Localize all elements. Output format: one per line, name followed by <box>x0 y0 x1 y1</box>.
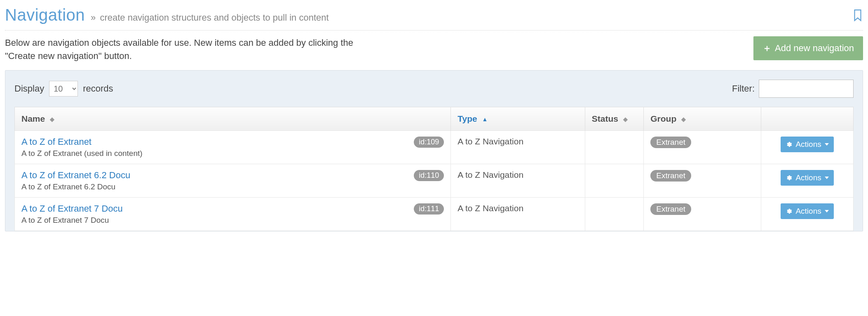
row-type: A to Z Navigation <box>451 197 585 231</box>
id-badge: id:110 <box>414 170 444 181</box>
filter-input[interactable] <box>759 80 854 98</box>
add-new-navigation-label: Add new navigation <box>775 43 854 54</box>
caret-down-icon <box>825 210 829 212</box>
row-subtitle: A to Z of Extranet (used in content) <box>21 149 143 158</box>
sort-asc-icon: ▲ <box>482 116 488 123</box>
row-actions-button[interactable]: Actions <box>781 170 833 186</box>
row-status <box>585 197 643 231</box>
gear-icon <box>786 141 792 148</box>
column-header-type[interactable]: Type ▲ <box>451 107 585 130</box>
table-panel: Display 10 records Filter: Name ◆ Type ▲ <box>5 70 863 231</box>
caret-down-icon <box>825 143 829 146</box>
group-badge: Extranet <box>650 203 691 215</box>
page-title-wrap: Navigation » create navigation structure… <box>5 6 329 24</box>
table-toolbar: Display 10 records Filter: <box>14 80 854 107</box>
row-type: A to Z Navigation <box>451 164 585 197</box>
bookmark-icon[interactable] <box>852 9 863 21</box>
row-actions-button[interactable]: Actions <box>781 203 833 219</box>
plus-icon: ＋ <box>762 44 772 53</box>
records-label: records <box>83 83 113 94</box>
row-status <box>585 164 643 197</box>
chevron-right-double-icon: » <box>91 12 96 23</box>
page-subtitle: » create navigation structures and objec… <box>91 12 329 23</box>
column-header-actions <box>761 107 854 130</box>
page-title: Navigation <box>5 6 85 24</box>
page-header: Navigation » create navigation structure… <box>5 4 863 31</box>
add-new-navigation-button[interactable]: ＋ Add new navigation <box>753 36 863 60</box>
column-header-type-label: Type <box>457 114 477 123</box>
column-header-name-label: Name <box>21 114 45 123</box>
group-badge: Extranet <box>650 137 691 148</box>
sort-both-icon: ◆ <box>681 116 686 122</box>
table-row: A to Z of Extranet 7 Docu A to Z of Extr… <box>15 197 854 231</box>
row-name-link[interactable]: A to Z of Extranet <box>21 137 143 147</box>
intro-row: Below are navigation objects available f… <box>5 36 863 63</box>
group-badge: Extranet <box>650 170 691 182</box>
row-subtitle: A to Z of Extranet 7 Docu <box>21 216 123 225</box>
filter-control: Filter: <box>732 80 854 98</box>
gear-icon <box>786 208 792 215</box>
column-header-status-label: Status <box>592 114 618 123</box>
row-subtitle: A to Z of Extranet 6.2 Docu <box>21 182 130 191</box>
gear-icon <box>786 175 792 181</box>
row-actions-button[interactable]: Actions <box>781 137 833 152</box>
row-type: A to Z Navigation <box>451 130 585 164</box>
row-name-link[interactable]: A to Z of Extranet 6.2 Docu <box>21 170 130 181</box>
display-label: Display <box>14 83 44 94</box>
filter-label: Filter: <box>732 83 755 94</box>
intro-text: Below are navigation objects available f… <box>5 36 364 63</box>
row-actions-label: Actions <box>795 173 821 182</box>
id-badge: id:111 <box>414 203 444 215</box>
navigation-table: Name ◆ Type ▲ Status ◆ Group ◆ <box>14 107 854 231</box>
page-subtitle-text: create navigation structures and objects… <box>100 12 328 23</box>
row-name-link[interactable]: A to Z of Extranet 7 Docu <box>21 203 123 214</box>
row-status <box>585 130 643 164</box>
column-header-group-label: Group <box>650 114 676 123</box>
id-badge: id:109 <box>414 137 444 148</box>
row-actions-label: Actions <box>795 140 821 149</box>
column-header-name[interactable]: Name ◆ <box>15 107 451 130</box>
sort-both-icon: ◆ <box>50 116 54 122</box>
caret-down-icon <box>825 177 829 179</box>
display-control: Display 10 records <box>14 81 113 97</box>
table-row: A to Z of Extranet A to Z of Extranet (u… <box>15 130 854 164</box>
column-header-status[interactable]: Status ◆ <box>585 107 643 130</box>
row-actions-label: Actions <box>795 207 821 216</box>
table-header-row: Name ◆ Type ▲ Status ◆ Group ◆ <box>15 107 854 130</box>
sort-both-icon: ◆ <box>623 116 628 122</box>
page-size-select[interactable]: 10 <box>49 81 78 97</box>
table-row: A to Z of Extranet 6.2 Docu A to Z of Ex… <box>15 164 854 197</box>
column-header-group[interactable]: Group ◆ <box>644 107 761 130</box>
